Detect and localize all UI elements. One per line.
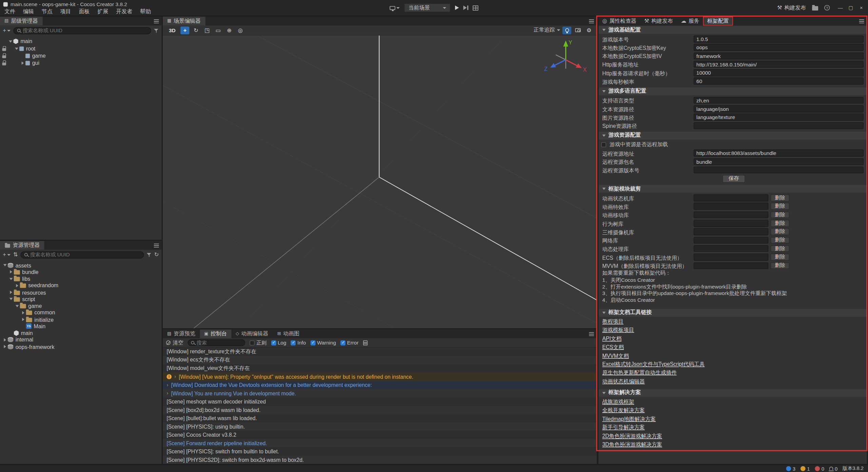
remote-url-input[interactable]: http://localhost:8083/assets/bundle [694,150,864,156]
asset-node-main-scene[interactable]: main [2,330,162,336]
menu-project[interactable]: 项目 [56,8,75,16]
log-row[interactable]: [Scene] meshopt wasm decoder initialized [163,397,597,406]
preview-device-button[interactable] [390,6,399,9]
delete-module-button[interactable]: 删除 [771,254,790,260]
expand-arrow-icon[interactable] [14,305,20,307]
log-row[interactable]: [Scene] Forward render pipeline initiali… [163,439,597,447]
solution-link[interactable]: 2D角色扮演游戏解决方案 [602,433,662,440]
log-row[interactable]: [Scene] [box2d]:box2d wasm lib loaded. [163,406,597,414]
module-input[interactable] [694,220,768,227]
crypto-key-input[interactable]: oops [694,44,864,51]
rect-tool-button[interactable]: ▭ [214,26,222,34]
render-mode-dropdown[interactable]: 正常追踪 [534,26,560,34]
log-row-info[interactable]: ›[Window] Download the Vue Devtools exte… [163,381,597,389]
warning-count[interactable]: 1 [801,466,810,471]
assets-search[interactable] [21,251,144,258]
lock-icon[interactable] [0,61,8,65]
spine-path-input[interactable] [694,122,864,129]
expand-arrow-icon[interactable] [14,284,20,287]
log-row[interactable]: [Scene] [bullet]:bullet wasm lib loaded. [163,414,597,422]
doc-link[interactable]: 教程项目 [602,318,624,326]
filter-info-checkbox[interactable]: Info [291,340,306,345]
log-row-info[interactable]: ›[Window] You are running Vue in develop… [163,389,597,397]
dimension-toggle-button[interactable]: 3D [166,27,178,33]
scene-camera-button[interactable] [573,26,582,34]
asset-node-seedrandom[interactable]: seedrandom [2,282,162,289]
help-button[interactable] [824,5,830,11]
filter-warning-checkbox[interactable]: Warning [310,340,336,345]
lock-icon[interactable] [0,54,8,58]
delete-module-button[interactable]: 删除 [771,211,790,218]
expand-arrow-icon[interactable] [2,345,8,348]
asset-node-internal[interactable]: internal [2,336,162,343]
tab-property-inspector[interactable]: ◎属性检查器 [598,17,640,25]
tab-frame-config[interactable]: 框架配置 [703,17,733,25]
scene-viewport[interactable]: Y X Z [163,35,597,328]
console-search[interactable] [188,339,245,346]
asset-node-game[interactable]: game [2,302,162,309]
remote-version-input[interactable] [694,166,864,173]
assets-panel-tab[interactable]: 资源管理器 [0,241,44,250]
solution-link[interactable]: 全栈开发解决方案 [602,407,645,414]
module-input[interactable] [694,254,768,260]
doc-link[interactable]: Excel格式转Json文件与TypeScript代码工具 [602,361,705,368]
delete-module-button[interactable]: 删除 [771,237,790,243]
clear-console-button[interactable]: 清空 [166,339,183,346]
log-row[interactable]: [Scene] [PHYSICS]: switch from builtin t… [163,447,597,455]
log-row[interactable]: [Window] model_view文件夹不存在 [163,364,597,372]
section-modules[interactable]: 框架模块裁剪 [599,185,867,193]
doc-link[interactable]: MVVM文档 [602,352,629,359]
log-row[interactable]: [Window] ecs文件夹不存在 [163,356,597,364]
doc-link[interactable]: 动画状态机编辑器 [602,378,645,385]
solution-link[interactable]: 新手引导解决方案 [602,424,645,431]
maximize-button[interactable]: ▢ [846,3,855,13]
game-version-input[interactable]: 1.0.5 [694,35,864,42]
expand-arrow-icon[interactable] [20,61,25,64]
doc-link[interactable]: API文档 [602,335,622,342]
panel-menu-button[interactable] [586,329,597,338]
languages-input[interactable]: zh,en [694,97,864,103]
expand-arrow-icon[interactable] [14,47,19,50]
menu-file[interactable]: 文件 [1,8,19,16]
sort-assets-button[interactable]: ⇅ [13,252,18,257]
section-solutions[interactable]: 框架解决方案 [599,389,867,397]
rotate-tool-button[interactable]: ↻ [192,26,200,34]
remote-bundle-input[interactable]: bundle [694,158,864,165]
http-server-input[interactable]: http://192.168.0.150/main/ [694,61,864,67]
tab-asset-preview[interactable]: ▤资源预览 [163,329,200,338]
log-row[interactable]: [Scene] [PHYSICS2D]: switch from box2d-w… [163,456,597,464]
expand-chevron-icon[interactable]: › [174,374,176,379]
scene-panel-tab[interactable]: ▦场景编辑器 [163,17,205,25]
assets-search-input[interactable] [30,252,140,257]
expand-arrow-icon[interactable] [8,270,14,274]
menu-edit[interactable]: 编辑 [19,8,38,16]
section-docs[interactable]: 框架文档工具链接 [599,309,867,317]
expand-arrow-icon[interactable] [8,298,14,300]
hierarchy-search-input[interactable] [23,28,147,33]
info-count[interactable]: 3 [786,466,795,471]
hierarchy-node-gui[interactable]: gui [0,59,162,66]
menu-developer[interactable]: 开发者 [112,8,136,16]
pivot-toggle-button[interactable]: ◎ [236,26,245,34]
panel-menu-button[interactable] [856,17,867,25]
asset-node-assets[interactable]: assets [2,262,162,269]
remote-load-checkbox[interactable] [601,142,606,148]
filter-log-checkbox[interactable]: Log [271,340,286,345]
close-button[interactable]: × [857,3,866,13]
section-game-basic[interactable]: 游戏基础配置 [599,26,867,34]
expand-chevron-icon[interactable]: › [166,391,168,396]
log-row[interactable]: [Scene] Cocos Creator v3.8.2 [163,431,597,439]
module-input[interactable] [694,237,768,243]
delete-module-button[interactable]: 删除 [771,245,790,252]
lock-icon[interactable] [0,46,8,51]
save-button[interactable]: 保存 [723,175,745,182]
hierarchy-filter-button[interactable] [154,28,159,33]
scale-tool-button[interactable]: ◳ [203,26,212,34]
text-path-input[interactable]: language/json [694,105,864,112]
texture-path-input[interactable]: language/texture [694,114,864,120]
module-input[interactable] [694,245,768,252]
module-input[interactable] [694,262,768,269]
expand-arrow-icon[interactable] [8,40,13,42]
tab-services[interactable]: ☁服务 [677,17,704,25]
asset-node-script[interactable]: script [2,296,162,302]
